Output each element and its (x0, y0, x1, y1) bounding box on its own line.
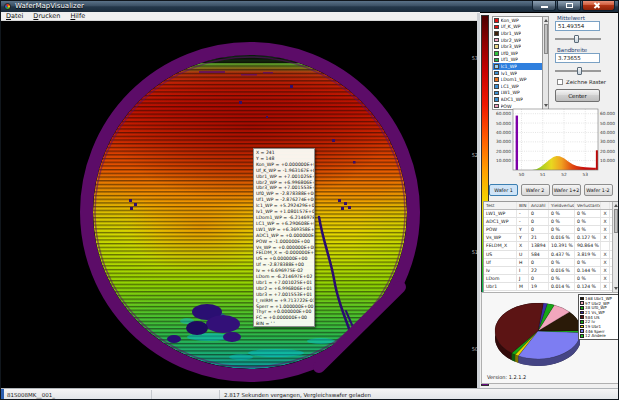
table-cell: 0.014 % (549, 283, 575, 290)
parameter-item-uf0_wp[interactable]: Uf0_WP (493, 50, 548, 57)
parameter-item-lc1_wp[interactable]: LC1_WP (493, 83, 548, 90)
table-cell: 13894 (529, 242, 549, 249)
parameter-item-ldom1_wp[interactable]: LDom1_WP (493, 76, 548, 83)
row-remove-button[interactable]: X (601, 283, 610, 290)
colorbar-tick-label: 52 (463, 152, 478, 158)
parameter-item-kon_wp[interactable]: Kon_WP (493, 17, 548, 24)
table-row[interactable]: Vs_WPY210.016 %0.127 %X (484, 234, 618, 242)
table-cell: 0.127 % (575, 234, 601, 241)
title-bar[interactable]: WaferMapVisualizer (1, 1, 618, 12)
bandbreite-field[interactable]: 3.73655 (555, 53, 600, 63)
colorbar-tick-label: 51 (463, 249, 478, 255)
pie-legend: 168 Ubr1_WP97 Ubr2_WP38 Uf0_WP21 Vs_WP58… (578, 294, 619, 340)
parameter-item-lw1_wp[interactable]: LW1_WP (493, 90, 548, 97)
zeichne-raster-checkbox[interactable] (557, 79, 563, 85)
table-row[interactable]: ADC1_WP-00 %0 %X (484, 218, 618, 226)
pie-legend-label: 12 Andere (585, 333, 606, 338)
tab-wafer-1-2[interactable]: Wafer 1-2 (584, 184, 613, 196)
parameter-item-label: LW1_WP (501, 90, 520, 95)
row-remove-button[interactable]: X (601, 210, 610, 217)
table-cell: H (517, 259, 529, 266)
parameter-item-uf_k_wp[interactable]: Uf_K_WP (493, 24, 548, 31)
row-remove-button[interactable]: X (601, 267, 610, 274)
scroll-down-icon[interactable] (614, 287, 618, 290)
table-row[interactable]: IvI220.016 %0.144 %X (484, 267, 618, 275)
table-cell: 0 % (549, 275, 575, 282)
pie-legend-swatch (580, 325, 584, 329)
svg-text:20.000: 20.000 (600, 149, 615, 154)
table-cell: 0.016 % (549, 267, 575, 274)
column-header: Yieldverlust (549, 202, 575, 209)
row-remove-button[interactable]: X (601, 218, 610, 225)
wafer-map-svg (1, 21, 480, 388)
tab-wafer-1[interactable]: Wafer 1 (489, 184, 518, 196)
pie-legend-swatch (580, 301, 584, 305)
scroll-up-icon[interactable] (544, 19, 548, 22)
tooltip-line: BIN = ' ' (256, 321, 314, 327)
maximize-button[interactable] (557, 1, 581, 11)
histogram-edge-bar (596, 150, 598, 170)
table-cell: 0 (529, 218, 549, 225)
table-header: TestBINAnzahlYieldverlustVerlustanteil (484, 202, 618, 210)
table-scrollbar[interactable] (612, 202, 618, 292)
table-row[interactable]: LW1_WP-00 %0 %X (484, 210, 618, 218)
right-panel: Kon_WPUf_K_WPUbr1_WPUbr2_WPUbr3_WPUf0_WP… (480, 13, 619, 388)
scroll-up-icon[interactable] (614, 204, 618, 207)
svg-text:40.000: 40.000 (496, 130, 511, 135)
column-header: Verlustanteil (575, 202, 601, 209)
row-remove-button[interactable]: X (601, 259, 610, 266)
svg-text:50.000: 50.000 (496, 121, 511, 126)
table-cell: M (517, 283, 529, 290)
parameter-item-iv1_wp[interactable]: Iv1_WP (493, 70, 548, 77)
mittelwert-slider[interactable] (555, 34, 601, 43)
table-row[interactable]: POWY00 %0 %X (484, 226, 618, 234)
tooltip-line: Ubr1_WP = +7.001025E+01 (256, 174, 314, 180)
parameter-item-ubr2_wp[interactable]: Ubr2_WP (493, 37, 548, 44)
tooltip-line: Ubr2 = +6.996806E+01 (256, 286, 314, 292)
column-header: Test (484, 202, 517, 209)
table-cell: LDom (484, 275, 517, 282)
window-title: WaferMapVisualizer (15, 2, 84, 11)
table-row[interactable]: UfH00 %0 %X (484, 259, 618, 267)
parameter-list-scrollbar[interactable] (542, 16, 549, 110)
minimize-button[interactable] (532, 1, 556, 11)
menu-datei[interactable]: Datei (1, 12, 28, 21)
menu-drucken[interactable]: Drucken (28, 12, 65, 21)
histogram-chart: 10.00010.00020.00020.00030.00030.00040.0… (480, 103, 619, 187)
parameter-color-swatch (494, 31, 499, 36)
svg-text:53: 53 (583, 172, 589, 177)
table-row[interactable]: FELDM_XX1389410.391 %90.864 % (484, 242, 618, 250)
parameter-item-ubr3_wp[interactable]: Ubr3_WP (493, 43, 548, 50)
parameter-item-label: Kon_WP (501, 18, 519, 23)
wafer-tabs: Wafer 1Wafer 2Wafer 1+2Wafer 1-2 (489, 184, 619, 196)
row-remove-button[interactable]: X (601, 251, 610, 258)
parameter-item-ic1_wp[interactable]: Ic1_WP (493, 63, 548, 70)
mittelwert-field[interactable]: 51.49354 (555, 21, 600, 31)
parameter-item-uf1_wp[interactable]: Uf1_WP (493, 57, 548, 64)
row-remove-button[interactable]: X (601, 275, 610, 282)
center-button[interactable]: Center (555, 89, 600, 102)
tab-wafer-2[interactable]: Wafer 2 (521, 184, 550, 196)
table-row[interactable]: Ubr1M190.014 %0.124 %X (484, 283, 618, 291)
parameter-item-ubr1_wp[interactable]: Ubr1_WP (493, 30, 548, 37)
parameter-item-label: Iv1_WP (501, 71, 518, 76)
table-cell: 0 (529, 259, 549, 266)
parameter-item-label: ADC1_WP (501, 97, 523, 102)
row-remove-button[interactable]: X (601, 234, 610, 241)
slider-thumb[interactable] (574, 35, 579, 43)
close-button[interactable] (582, 1, 615, 11)
version-label: Version: 1.2.1.2 (487, 374, 526, 380)
slider-thumb[interactable] (577, 67, 582, 75)
wafer-map-area[interactable]: X = 241Y = 148Kon_WP = +0.000000E+00Uf_K… (1, 21, 480, 388)
svg-text:60.000: 60.000 (496, 111, 511, 116)
menu-hilfe[interactable]: Hilfe (65, 12, 90, 21)
tooltip-line: I_relRM = +9.713722E-01 (256, 298, 314, 304)
tab-wafer-1+2[interactable]: Wafer 1+2 (552, 184, 581, 196)
table-cell: Vs_WP (484, 234, 517, 241)
table-cell: Y (517, 234, 529, 241)
table-row[interactable]: LDomJ00 %0 %X (484, 275, 618, 283)
row-remove-button[interactable]: X (601, 226, 610, 233)
bandbreite-slider[interactable] (555, 66, 601, 75)
parameter-item-adc1_wp[interactable]: ADC1_WP (493, 96, 548, 103)
table-row[interactable]: USU5840.437 %3.819 %X (484, 251, 618, 259)
